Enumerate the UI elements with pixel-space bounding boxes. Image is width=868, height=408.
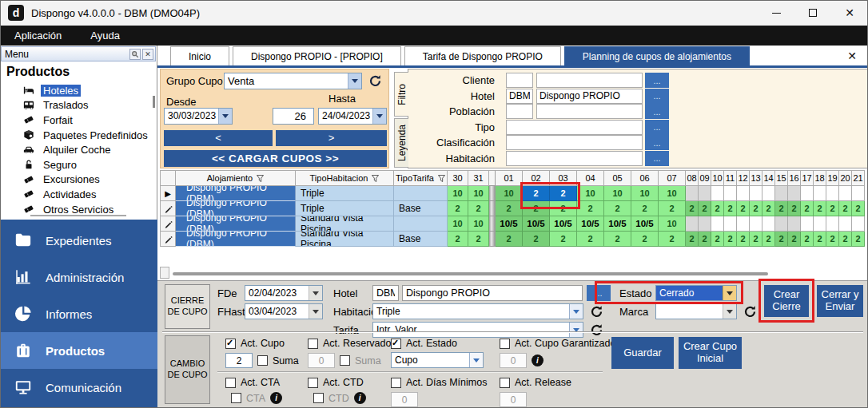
cupo-cell-13[interactable] <box>750 216 762 232</box>
sidebar-item-seguro[interactable]: Seguro <box>0 157 157 172</box>
date-header-18[interactable]: 18 <box>814 170 826 186</box>
column-header-tipotarifa[interactable]: TipoTarifa <box>394 170 448 186</box>
date-header-19[interactable]: 19 <box>826 170 839 186</box>
cupo-cell-08[interactable] <box>686 186 699 201</box>
chevron-down-icon[interactable] <box>309 286 322 300</box>
cupo-cell-30[interactable]: 10 <box>448 186 468 201</box>
cupo-cell-31[interactable]: 10 <box>468 216 489 232</box>
tab-dispongo-propio-propio[interactable]: Dispongo PROPIO - [PROPIO] <box>233 46 401 65</box>
cupo-cell-02[interactable]: 10/5 <box>523 216 550 232</box>
hscroll-button[interactable] <box>160 267 169 279</box>
cupo-cell-21[interactable] <box>852 186 865 201</box>
filtro-tipo-input[interactable] <box>506 120 643 135</box>
cupo-cell-04[interactable]: 2 <box>577 201 604 216</box>
date-header-02[interactable]: 02 <box>523 170 550 186</box>
sidebar-item-forfait[interactable]: Forfait <box>0 113 157 128</box>
horizontal-scrollbar-thumb[interactable] <box>173 272 768 275</box>
cupo-cell-19[interactable]: 2 <box>826 201 839 216</box>
date-header-15[interactable]: 15 <box>775 170 788 186</box>
cell-tipo-tarifa[interactable]: Base <box>394 232 448 247</box>
cupo-cell-13[interactable]: 2 <box>750 232 762 247</box>
cell-alojamiento[interactable]: Dispongo PROPIO (DBM) <box>176 216 296 232</box>
cell-tipo-tarifa[interactable] <box>394 186 448 201</box>
cupo-cell-14[interactable]: 2 <box>762 232 775 247</box>
cupo-cell-31[interactable]: 2 <box>468 201 489 216</box>
close-tab-icon[interactable]: ✕ <box>847 50 857 62</box>
act-estado-combo[interactable]: Cupo <box>391 352 484 368</box>
filtro-poblacion-code-input[interactable] <box>506 104 533 119</box>
habitacion-refresh-icon[interactable] <box>588 303 604 319</box>
cupo-cell-08[interactable] <box>686 216 699 232</box>
filtro-cliente-browse-button[interactable]: ... <box>645 73 669 88</box>
sidebar-item-hoteles[interactable]: Hoteles <box>0 83 157 98</box>
fhasta-combo[interactable]: 03/04/2023 <box>245 303 323 319</box>
hotel-code-input[interactable] <box>372 285 399 301</box>
prev-period-button[interactable]: < <box>164 130 273 146</box>
cupo-cell-18[interactable]: 2 <box>814 232 826 247</box>
cupo-cell-11[interactable]: 2 <box>724 232 737 247</box>
filter-funnel-icon[interactable] <box>438 175 445 182</box>
cupo-cell-30[interactable]: 2 <box>448 201 468 216</box>
filtro-cliente-code-input[interactable] <box>506 73 533 88</box>
filtro-poblacion-name-input[interactable] <box>536 104 643 119</box>
cupo-cell-02[interactable]: 2 <box>523 186 550 201</box>
minimize-button[interactable] <box>758 0 794 26</box>
cupo-cell-30[interactable]: 10 <box>448 216 468 232</box>
cupo-cell-20[interactable]: 2 <box>839 201 852 216</box>
tab-filtro[interactable]: Filtro <box>394 72 408 117</box>
act-dias-minimos-value-input[interactable] <box>391 392 418 407</box>
cerrar-y-enviar-button[interactable]: Cerrar y Enviar <box>817 285 863 317</box>
column-header-alojamiento[interactable]: Alojamiento <box>176 170 296 186</box>
filtro-habitacion-browse-button[interactable]: ... <box>645 151 669 166</box>
filtro-clasificacion-browse-button[interactable]: ... <box>645 135 669 150</box>
cell-tipo-habitacion[interactable]: Standard Vista Piscina <box>296 216 394 232</box>
sidebar-item-excursiones[interactable]: Excursiones <box>0 172 157 188</box>
date-header-14[interactable]: 14 <box>762 170 775 186</box>
tab-planning-de-cupos-de-alojamientos[interactable]: Planning de cupos de alojamientos <box>564 46 750 65</box>
cupo-cell-21[interactable] <box>852 216 865 232</box>
cupo-cell-20[interactable]: 2 <box>839 232 852 247</box>
cupo-cell-18[interactable] <box>814 216 826 232</box>
sidebar-item-paquetes-predefinidos[interactable]: Paquetes Predefinidos <box>0 128 157 143</box>
cupo-cell-03[interactable]: 10/5 <box>550 216 577 232</box>
current-row-arrow-icon[interactable]: ▶ <box>160 186 176 201</box>
cupo-cell-06[interactable]: 2 <box>631 232 659 247</box>
nav-item-comunicacion[interactable]: Comunicación <box>0 369 157 406</box>
cupo-cell-09[interactable] <box>699 216 711 232</box>
tab-inicio[interactable]: Inicio <box>170 46 229 65</box>
edit-pencil-icon[interactable] <box>160 232 176 247</box>
hotel-browse-button[interactable]: ... <box>587 285 611 301</box>
cell-tipo-habitacion[interactable]: Triple <box>296 201 394 216</box>
hasta-date-combo[interactable]: 24/04/2023 <box>318 108 387 125</box>
cell-tipo-tarifa[interactable] <box>394 216 448 232</box>
cupo-cell-15[interactable]: 2 <box>775 201 788 216</box>
date-header-21[interactable]: 21 <box>852 170 865 186</box>
cell-alojamiento[interactable]: Dispongo PROPIO (DBM) <box>176 232 296 247</box>
cupo-cell-10[interactable]: 2 <box>711 201 724 216</box>
act-cupo-suma-checkbox[interactable] <box>257 355 268 366</box>
date-header-11[interactable]: 11 <box>724 170 737 186</box>
cupo-cell-06[interactable]: 2 <box>631 201 659 216</box>
date-header-05[interactable]: 05 <box>604 170 631 186</box>
cupo-cell-12[interactable] <box>737 186 750 201</box>
act-cupo-checkbox[interactable] <box>225 339 236 349</box>
cupo-cell-21[interactable]: 2 <box>852 201 865 216</box>
cupo-cell-31[interactable]: 10 <box>468 186 489 201</box>
cupo-cell-07[interactable]: 10 <box>659 186 686 201</box>
date-header-09[interactable]: 09 <box>699 170 711 186</box>
nav-item-productos[interactable]: Productos <box>0 332 157 369</box>
chevron-down-icon[interactable] <box>569 304 583 319</box>
cupo-cell-01[interactable]: 10 <box>496 186 523 201</box>
cupo-cell-01[interactable]: 2 <box>496 232 523 247</box>
cupo-cell-03[interactable]: 2 <box>550 186 577 201</box>
act-reservado-value-input[interactable] <box>308 353 335 368</box>
crear-cierre-button[interactable]: Crear Cierre <box>764 285 809 317</box>
filter-funnel-icon[interactable] <box>372 175 379 182</box>
cupo-cell-10[interactable] <box>711 216 724 232</box>
cupo-cell-03[interactable]: 2 <box>550 201 577 216</box>
cupo-cell-14[interactable] <box>762 216 775 232</box>
chevron-down-icon[interactable] <box>469 353 483 367</box>
crear-cupo-inicial-button[interactable]: Crear Cupo Inicial <box>679 337 742 369</box>
cupo-cell-10[interactable]: 2 <box>711 232 724 247</box>
tarifa-combo[interactable]: Intr. Valor <box>372 322 583 338</box>
